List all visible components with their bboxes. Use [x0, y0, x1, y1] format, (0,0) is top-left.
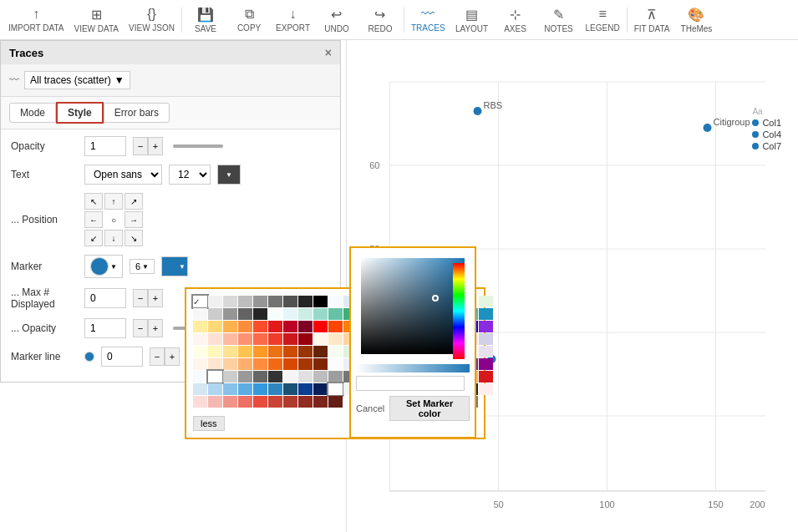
- color-swatch[interactable]: [313, 296, 328, 307]
- color-swatch[interactable]: [223, 333, 237, 345]
- color-swatch[interactable]: [479, 371, 493, 383]
- color-swatch[interactable]: [328, 383, 343, 395]
- color-swatch[interactable]: [208, 383, 222, 395]
- color-swatch[interactable]: [328, 296, 343, 307]
- notes-button[interactable]: ✎ NOTES: [537, 2, 581, 38]
- opacity-slider[interactable]: [173, 144, 223, 148]
- cancel-button[interactable]: Cancel: [356, 396, 384, 421]
- traces-button[interactable]: 〰 TRACES: [406, 2, 450, 38]
- color-swatch[interactable]: [223, 383, 237, 395]
- color-swatch[interactable]: [268, 358, 282, 370]
- color-swatch[interactable]: [313, 371, 328, 383]
- color-swatch[interactable]: [223, 371, 237, 383]
- color-swatch[interactable]: [479, 308, 493, 320]
- color-swatch[interactable]: [268, 371, 282, 383]
- color-swatch[interactable]: [208, 396, 222, 408]
- color-swatch[interactable]: [328, 358, 343, 370]
- marker-opacity-increment[interactable]: +: [148, 319, 163, 337]
- color-swatch[interactable]: [193, 346, 207, 357]
- pos-bot-center[interactable]: ↓: [104, 230, 123, 246]
- color-swatch[interactable]: [268, 383, 282, 395]
- text-color-swatch[interactable]: ▼: [217, 165, 241, 185]
- marker-color-button[interactable]: ▼: [161, 256, 188, 276]
- color-swatch[interactable]: [253, 321, 267, 332]
- color-swatch[interactable]: [238, 296, 252, 307]
- color-swatch[interactable]: [208, 346, 222, 357]
- max-displayed-input[interactable]: [84, 288, 126, 308]
- color-swatch[interactable]: [253, 296, 267, 307]
- copy-button[interactable]: ⧉ COPY: [227, 2, 271, 38]
- color-swatch[interactable]: [283, 358, 297, 370]
- color-swatch[interactable]: [268, 296, 282, 307]
- color-swatch[interactable]: [479, 296, 493, 307]
- import-data-button[interactable]: ↑ IMPORT DATA: [3, 2, 69, 38]
- color-swatch[interactable]: [298, 383, 313, 395]
- color-swatch[interactable]: [193, 371, 207, 383]
- color-swatch[interactable]: [223, 396, 237, 408]
- marker-size-button[interactable]: 6 ▼: [130, 259, 155, 274]
- color-swatch[interactable]: [238, 358, 252, 370]
- font-select[interactable]: Open sans: [84, 165, 162, 185]
- color-swatch[interactable]: [253, 346, 267, 357]
- tab-mode[interactable]: Mode: [9, 103, 56, 123]
- color-swatch[interactable]: [223, 358, 237, 370]
- color-swatch[interactable]: [479, 383, 493, 395]
- pos-mid-left[interactable]: ←: [84, 211, 103, 228]
- marker-opacity-decrement[interactable]: −: [133, 319, 148, 337]
- data-point-rbs[interactable]: [474, 107, 482, 115]
- color-swatch[interactable]: [298, 371, 313, 383]
- color-swatch[interactable]: [238, 346, 252, 357]
- color-swatch[interactable]: [238, 371, 252, 383]
- color-swatch[interactable]: [253, 396, 267, 408]
- pos-center[interactable]: ○: [104, 211, 123, 228]
- color-swatch[interactable]: [193, 383, 207, 395]
- color-swatch[interactable]: [479, 346, 493, 357]
- less-button[interactable]: less: [193, 416, 225, 431]
- pos-top-center[interactable]: ↑: [104, 193, 123, 210]
- color-swatch[interactable]: [208, 321, 222, 332]
- pos-bot-left[interactable]: ↙: [84, 230, 103, 246]
- color-swatch[interactable]: [479, 333, 493, 345]
- color-swatch[interactable]: [283, 308, 297, 320]
- color-swatch[interactable]: [193, 308, 207, 320]
- color-swatch[interactable]: [238, 396, 252, 408]
- alpha-strip[interactable]: [356, 364, 470, 372]
- size-select[interactable]: 12: [169, 165, 211, 185]
- color-swatch[interactable]: [208, 358, 222, 370]
- marker-shape-button[interactable]: ▼: [84, 255, 123, 278]
- color-swatch[interactable]: [253, 308, 267, 320]
- color-swatch[interactable]: [238, 308, 252, 320]
- color-swatch[interactable]: [268, 396, 282, 408]
- color-swatch[interactable]: [283, 333, 297, 345]
- set-marker-color-button[interactable]: Set Marker color: [389, 396, 470, 421]
- color-swatch[interactable]: [298, 396, 313, 408]
- color-swatch[interactable]: [268, 308, 282, 320]
- color-swatch[interactable]: [268, 321, 282, 332]
- color-swatch[interactable]: [328, 346, 343, 357]
- data-point-citigroup[interactable]: [704, 124, 712, 132]
- color-swatch[interactable]: [283, 396, 297, 408]
- max-increment[interactable]: +: [148, 289, 163, 307]
- color-swatch[interactable]: [328, 321, 343, 332]
- color-swatch[interactable]: [313, 321, 328, 332]
- color-swatch[interactable]: [313, 308, 328, 320]
- view-data-button[interactable]: ⊞ VIEW DATA: [69, 2, 125, 38]
- color-swatch[interactable]: [328, 371, 343, 383]
- color-swatch[interactable]: [298, 333, 313, 345]
- close-icon[interactable]: ×: [325, 46, 332, 59]
- color-swatch[interactable]: [298, 346, 313, 357]
- pos-top-left[interactable]: ↖: [84, 193, 103, 210]
- color-swatch[interactable]: [298, 308, 313, 320]
- color-swatch[interactable]: [283, 321, 297, 332]
- color-swatch[interactable]: [223, 321, 237, 332]
- color-swatch[interactable]: [193, 358, 207, 370]
- marker-opacity-input[interactable]: [84, 318, 126, 338]
- color-swatch[interactable]: [193, 321, 207, 332]
- color-swatch[interactable]: [313, 383, 328, 395]
- color-swatch[interactable]: [223, 296, 237, 307]
- color-swatch[interactable]: [328, 333, 343, 345]
- color-swatch[interactable]: [208, 371, 222, 383]
- trace-dropdown[interactable]: All traces (scatter) ▼: [24, 71, 130, 89]
- color-value-input[interactable]: rgb(31, 119, 180): [356, 376, 465, 391]
- color-swatch[interactable]: [253, 358, 267, 370]
